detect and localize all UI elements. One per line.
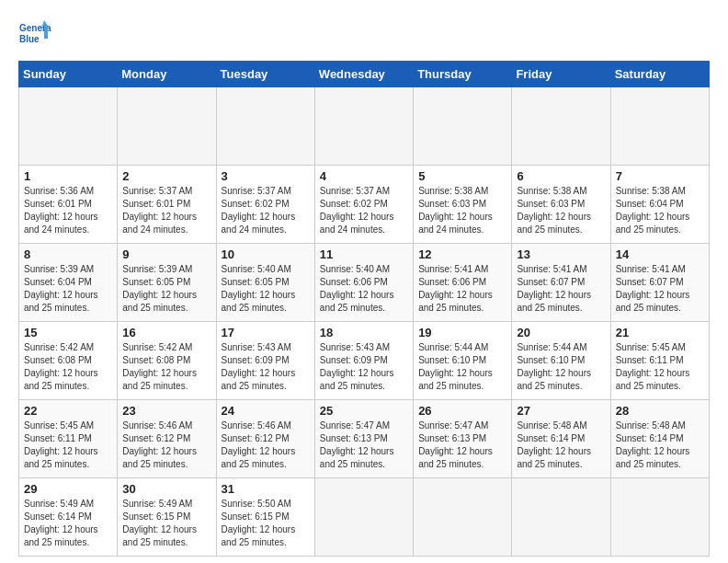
- day-info: Sunrise: 5:47 AM Sunset: 6:13 PM Dayligh…: [418, 419, 506, 471]
- day-number: 25: [320, 404, 408, 418]
- day-info: Sunrise: 5:49 AM Sunset: 6:14 PM Dayligh…: [24, 498, 112, 549]
- day-number: 2: [122, 169, 210, 183]
- calendar-day: 3Sunrise: 5:37 AM Sunset: 6:02 PM Daylig…: [216, 166, 314, 244]
- day-number: 20: [517, 326, 605, 339]
- calendar-day: 19Sunrise: 5:44 AM Sunset: 6:10 PM Dayli…: [414, 322, 512, 400]
- calendar-header-row: SundayMondayTuesdayWednesdayThursdayFrid…: [19, 62, 710, 87]
- calendar-day: 4Sunrise: 5:37 AM Sunset: 6:02 PM Daylig…: [314, 166, 413, 244]
- calendar-day: 9Sunrise: 5:39 AM Sunset: 6:05 PM Daylig…: [118, 244, 216, 322]
- calendar-day: 22Sunrise: 5:45 AM Sunset: 6:11 PM Dayli…: [19, 400, 118, 478]
- day-number: 19: [418, 326, 506, 339]
- calendar-day: 25Sunrise: 5:47 AM Sunset: 6:13 PM Dayli…: [314, 400, 413, 478]
- day-info: Sunrise: 5:41 AM Sunset: 6:07 PM Dayligh…: [517, 263, 605, 315]
- day-number: 15: [24, 326, 112, 339]
- calendar-day: [610, 478, 709, 557]
- day-info: Sunrise: 5:49 AM Sunset: 6:15 PM Dayligh…: [122, 498, 210, 549]
- day-number: 27: [517, 404, 605, 418]
- calendar-day: 16Sunrise: 5:42 AM Sunset: 6:08 PM Dayli…: [118, 322, 216, 400]
- logo-svg: General Blue: [18, 18, 51, 52]
- day-number: 9: [122, 247, 210, 261]
- calendar-day: 31Sunrise: 5:50 AM Sunset: 6:15 PM Dayli…: [216, 478, 314, 557]
- day-number: 8: [24, 247, 112, 261]
- day-info: Sunrise: 5:43 AM Sunset: 6:09 PM Dayligh…: [320, 341, 408, 393]
- weekday-header-friday: Friday: [512, 62, 610, 87]
- calendar-day: 2Sunrise: 5:37 AM Sunset: 6:01 PM Daylig…: [118, 166, 216, 244]
- day-number: 11: [320, 247, 408, 261]
- calendar-day: 30Sunrise: 5:49 AM Sunset: 6:15 PM Dayli…: [118, 478, 216, 557]
- calendar-week-3: 15Sunrise: 5:42 AM Sunset: 6:08 PM Dayli…: [19, 322, 710, 400]
- day-info: Sunrise: 5:47 AM Sunset: 6:13 PM Dayligh…: [320, 419, 408, 471]
- day-number: 18: [320, 326, 408, 339]
- calendar-day: 7Sunrise: 5:38 AM Sunset: 6:04 PM Daylig…: [610, 166, 709, 244]
- calendar-day: 12Sunrise: 5:41 AM Sunset: 6:06 PM Dayli…: [414, 244, 512, 322]
- weekday-header-thursday: Thursday: [414, 62, 512, 87]
- day-info: Sunrise: 5:37 AM Sunset: 6:02 PM Dayligh…: [222, 185, 310, 236]
- calendar-day: [314, 87, 413, 166]
- calendar-day: 1Sunrise: 5:36 AM Sunset: 6:01 PM Daylig…: [19, 166, 118, 244]
- weekday-header-monday: Monday: [118, 62, 216, 87]
- calendar-day: 17Sunrise: 5:43 AM Sunset: 6:09 PM Dayli…: [216, 322, 314, 400]
- day-info: Sunrise: 5:44 AM Sunset: 6:10 PM Dayligh…: [517, 341, 605, 393]
- weekday-header-wednesday: Wednesday: [314, 62, 413, 87]
- weekday-header-saturday: Saturday: [610, 62, 709, 87]
- day-info: Sunrise: 5:39 AM Sunset: 6:05 PM Dayligh…: [122, 263, 210, 315]
- day-info: Sunrise: 5:46 AM Sunset: 6:12 PM Dayligh…: [222, 419, 310, 471]
- calendar-day: [19, 87, 118, 166]
- day-number: 12: [418, 247, 506, 261]
- calendar-body: 1Sunrise: 5:36 AM Sunset: 6:01 PM Daylig…: [19, 87, 710, 557]
- calendar-day: [216, 87, 314, 166]
- day-number: 30: [122, 482, 210, 496]
- calendar-day: [512, 478, 610, 557]
- calendar-week-2: 8Sunrise: 5:39 AM Sunset: 6:04 PM Daylig…: [19, 244, 710, 322]
- calendar-day: 8Sunrise: 5:39 AM Sunset: 6:04 PM Daylig…: [19, 244, 118, 322]
- calendar-day: 14Sunrise: 5:41 AM Sunset: 6:07 PM Dayli…: [610, 244, 709, 322]
- day-info: Sunrise: 5:41 AM Sunset: 6:06 PM Dayligh…: [418, 263, 506, 315]
- weekday-header-sunday: Sunday: [19, 62, 118, 87]
- day-info: Sunrise: 5:38 AM Sunset: 6:03 PM Dayligh…: [418, 185, 506, 236]
- calendar-day: 18Sunrise: 5:43 AM Sunset: 6:09 PM Dayli…: [314, 322, 413, 400]
- day-info: Sunrise: 5:50 AM Sunset: 6:15 PM Dayligh…: [222, 498, 310, 549]
- calendar-day: [314, 478, 413, 557]
- day-number: 13: [517, 247, 605, 261]
- calendar-week-1: 1Sunrise: 5:36 AM Sunset: 6:01 PM Daylig…: [19, 166, 710, 244]
- calendar-week-5: 29Sunrise: 5:49 AM Sunset: 6:14 PM Dayli…: [19, 478, 710, 557]
- calendar-day: [118, 87, 216, 166]
- calendar-day: 20Sunrise: 5:44 AM Sunset: 6:10 PM Dayli…: [512, 322, 610, 400]
- calendar-day: 23Sunrise: 5:46 AM Sunset: 6:12 PM Dayli…: [118, 400, 216, 478]
- calendar-day: 13Sunrise: 5:41 AM Sunset: 6:07 PM Dayli…: [512, 244, 610, 322]
- svg-text:Blue: Blue: [19, 34, 40, 44]
- day-info: Sunrise: 5:48 AM Sunset: 6:14 PM Dayligh…: [616, 419, 704, 471]
- calendar-day: 15Sunrise: 5:42 AM Sunset: 6:08 PM Dayli…: [19, 322, 118, 400]
- day-number: 7: [616, 169, 704, 183]
- day-number: 10: [222, 247, 310, 261]
- calendar-day: 5Sunrise: 5:38 AM Sunset: 6:03 PM Daylig…: [414, 166, 512, 244]
- day-number: 14: [616, 247, 704, 261]
- calendar-day: 28Sunrise: 5:48 AM Sunset: 6:14 PM Dayli…: [610, 400, 709, 478]
- calendar-week-0: [19, 87, 710, 166]
- calendar-day: 29Sunrise: 5:49 AM Sunset: 6:14 PM Dayli…: [19, 478, 118, 557]
- day-number: 4: [320, 169, 408, 183]
- calendar-day: [414, 478, 512, 557]
- day-number: 29: [24, 482, 112, 496]
- calendar-week-4: 22Sunrise: 5:45 AM Sunset: 6:11 PM Dayli…: [19, 400, 710, 478]
- day-info: Sunrise: 5:41 AM Sunset: 6:07 PM Dayligh…: [616, 263, 704, 315]
- day-number: 24: [222, 404, 310, 418]
- calendar-day: 26Sunrise: 5:47 AM Sunset: 6:13 PM Dayli…: [414, 400, 512, 478]
- day-number: 21: [616, 326, 704, 339]
- day-info: Sunrise: 5:38 AM Sunset: 6:04 PM Dayligh…: [616, 185, 704, 236]
- page-header: General Blue: [18, 18, 710, 52]
- calendar-table: SundayMondayTuesdayWednesdayThursdayFrid…: [18, 61, 710, 557]
- day-info: Sunrise: 5:46 AM Sunset: 6:12 PM Dayligh…: [122, 419, 210, 471]
- calendar-day: [512, 87, 610, 166]
- day-info: Sunrise: 5:37 AM Sunset: 6:02 PM Dayligh…: [320, 185, 408, 236]
- day-number: 22: [24, 404, 112, 418]
- day-info: Sunrise: 5:42 AM Sunset: 6:08 PM Dayligh…: [24, 341, 112, 393]
- day-number: 16: [122, 326, 210, 339]
- calendar-day: 11Sunrise: 5:40 AM Sunset: 6:06 PM Dayli…: [314, 244, 413, 322]
- day-number: 31: [222, 482, 310, 496]
- day-number: 6: [517, 169, 605, 183]
- day-info: Sunrise: 5:48 AM Sunset: 6:14 PM Dayligh…: [517, 419, 605, 471]
- day-info: Sunrise: 5:40 AM Sunset: 6:06 PM Dayligh…: [320, 263, 408, 315]
- calendar-day: 21Sunrise: 5:45 AM Sunset: 6:11 PM Dayli…: [610, 322, 709, 400]
- day-info: Sunrise: 5:42 AM Sunset: 6:08 PM Dayligh…: [122, 341, 210, 393]
